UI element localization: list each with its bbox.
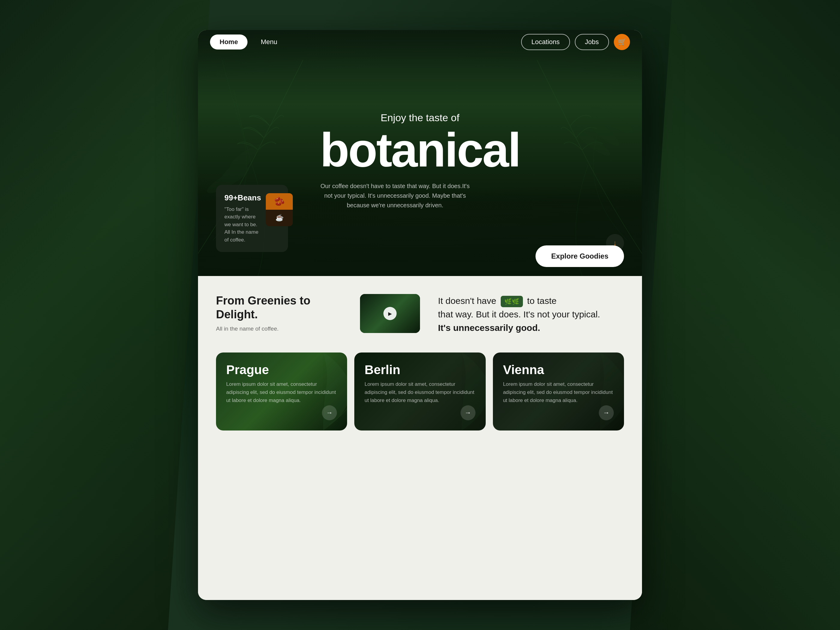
- taste-text-4: It's unnecessarily good.: [438, 323, 540, 333]
- location-card-prague[interactable]: Prague Lorem ipsum dolor sit amet, conse…: [216, 352, 347, 431]
- nav-home[interactable]: Home: [210, 35, 248, 49]
- taste-text-2: to taste: [527, 296, 556, 306]
- play-button[interactable]: ▶: [384, 307, 396, 320]
- vienna-name: Vienna: [503, 363, 614, 377]
- hero-title: botanical: [320, 126, 520, 174]
- hero-description: Our coffee doesn't have to taste that wa…: [320, 181, 470, 210]
- nav-menu[interactable]: Menu: [254, 35, 284, 49]
- beans-card-text: 99+Beans "Too far" is exactly where we w…: [224, 193, 261, 244]
- beans-image: 🫘 ☕: [266, 193, 293, 226]
- nav-locations[interactable]: Locations: [521, 34, 570, 50]
- beans-orange: 🫘: [266, 193, 293, 210]
- middle-row: From Greenies to Delight. All in the nam…: [216, 294, 624, 335]
- greenies-sub: All in the name of coffee.: [216, 325, 342, 332]
- prague-name: Prague: [226, 363, 337, 377]
- video-thumbnail[interactable]: ▶: [360, 294, 420, 333]
- hero-subtitle: Enjoy the taste of: [320, 112, 520, 123]
- greenies-title: From Greenies to Delight.: [216, 294, 342, 321]
- taste-text: It doesn't have 🌿🌿 to taste that way. Bu…: [438, 294, 624, 335]
- explore-button[interactable]: Explore Goodies: [535, 245, 624, 267]
- cart-icon: 🛒: [618, 38, 626, 46]
- beans-count: 99+Beans: [224, 193, 261, 202]
- beans-description: "Too far" is exactly where we want to be…: [224, 205, 261, 244]
- berlin-card-content: Berlin Lorem ipsum dolor sit amet, conse…: [354, 352, 485, 431]
- taste-text-1: It doesn't have: [438, 296, 496, 306]
- location-card-vienna[interactable]: Vienna Lorem ipsum dolor sit amet, conse…: [493, 352, 624, 431]
- leaf-badge: 🌿🌿: [501, 296, 523, 307]
- nav-right: Locations Jobs 🛒: [521, 34, 630, 50]
- prague-desc: Lorem ipsum dolor sit amet, consectetur …: [226, 380, 337, 405]
- beans-dark: ☕: [266, 210, 293, 226]
- prague-card-content: Prague Lorem ipsum dolor sit amet, conse…: [216, 352, 347, 431]
- vienna-desc: Lorem ipsum dolor sit amet, consectetur …: [503, 380, 614, 405]
- nav-left: Home Menu: [210, 35, 284, 49]
- taste-text-3: that way. But it does. It's not your typ…: [438, 309, 600, 319]
- cart-button[interactable]: 🛒: [614, 34, 630, 50]
- berlin-desc: Lorem ipsum dolor sit amet, consectetur …: [365, 380, 475, 405]
- location-card-berlin[interactable]: Berlin Lorem ipsum dolor sit amet, conse…: [354, 352, 485, 431]
- hero-content: Enjoy the taste of botanical Our coffee …: [320, 112, 520, 210]
- browser-window: Home Menu Locations Jobs 🛒: [198, 30, 642, 600]
- greenies-section: From Greenies to Delight. All in the nam…: [216, 294, 342, 332]
- beans-card: 99+Beans "Too far" is exactly where we w…: [216, 185, 288, 252]
- berlin-name: Berlin: [365, 363, 475, 377]
- nav-jobs[interactable]: Jobs: [575, 34, 609, 50]
- hero-section: Enjoy the taste of botanical Our coffee …: [198, 30, 642, 276]
- locations-row: Prague Lorem ipsum dolor sit amet, conse…: [216, 352, 624, 431]
- content-section: From Greenies to Delight. All in the nam…: [198, 276, 642, 600]
- navbar: Home Menu Locations Jobs 🛒: [198, 30, 642, 54]
- vienna-card-content: Vienna Lorem ipsum dolor sit amet, conse…: [493, 352, 624, 431]
